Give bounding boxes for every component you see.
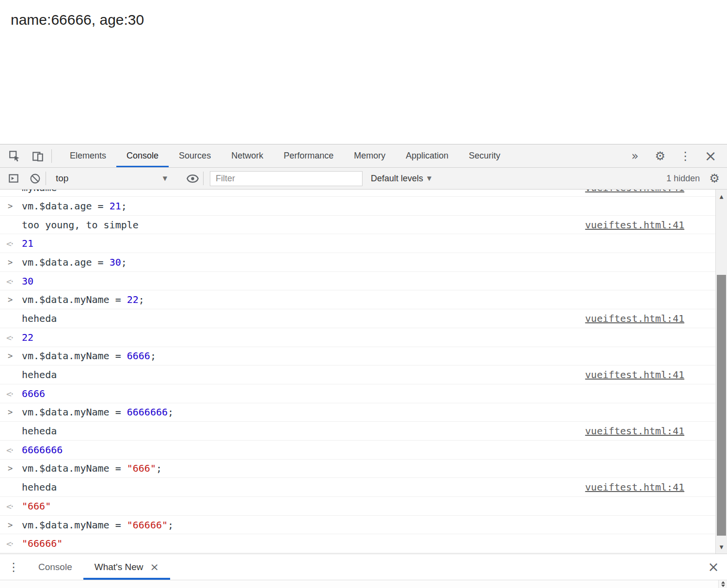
tab-elements[interactable]: Elements [60, 144, 116, 167]
drawer-tab-whats-new[interactable]: What's New × [83, 554, 170, 580]
result-arrow-icon: <· [6, 332, 13, 342]
filter-input[interactable] [210, 171, 363, 186]
console-expression: vm.$data.myName = 22; [22, 294, 144, 305]
input-chevron-icon: > [8, 257, 13, 267]
toolbar-divider [51, 149, 52, 163]
console-result-value: "666" [22, 500, 51, 512]
execution-context-selector[interactable]: top ▼ [49, 173, 171, 184]
scroll-down-icon[interactable] [721, 585, 725, 587]
clear-console-button[interactable] [24, 168, 46, 189]
input-chevron-icon: > [8, 520, 13, 530]
console-result-value: 21 [22, 238, 33, 249]
tab-security[interactable]: Security [458, 144, 510, 167]
console-sidebar-icon [7, 172, 20, 185]
more-panels-icon[interactable]: » [622, 144, 648, 167]
inspect-cursor-icon [8, 150, 21, 162]
menu-kebab-icon[interactable]: ⋮ [673, 144, 698, 167]
source-link[interactable]: vueiftest.html:41 [585, 219, 684, 231]
console-expression: vm.$data.myName = 6666; [22, 350, 156, 362]
log-levels-label: Default levels [371, 174, 423, 184]
console-input-row: >vm.$data.myName = 6666666; [0, 403, 715, 422]
toolbar-divider [203, 172, 204, 185]
input-chevron-icon: > [8, 407, 13, 417]
console-input-row: >vm.$data.myName = "66666"; [0, 516, 715, 535]
console-result-value: 22 [22, 332, 33, 343]
console-log-row: hehedavueiftest.html:41 [0, 478, 715, 497]
toolbar-divider [46, 172, 46, 185]
drawer-spacer [170, 554, 700, 580]
chevron-down-icon: ▼ [163, 175, 167, 182]
console-result-value: 30 [22, 275, 33, 287]
result-arrow-icon: <· [6, 501, 13, 511]
input-chevron-icon: > [8, 463, 13, 473]
scroll-up-icon[interactable]: ▲ [716, 191, 727, 202]
page-text: name:66666, age:30 [11, 12, 727, 28]
context-selector-label: top [56, 173, 68, 184]
console-result-row: <·22 [0, 328, 715, 347]
tab-console[interactable]: Console [116, 144, 169, 167]
drawer-content-strip [0, 580, 727, 588]
drawer-tabbar: ⋮ Console What's New × × [0, 554, 727, 580]
live-expression-button[interactable] [182, 168, 203, 189]
tab-network[interactable]: Network [221, 144, 273, 167]
hidden-messages-count[interactable]: 1 hidden [666, 174, 700, 184]
source-link[interactable]: vueiftest.html:41 [585, 190, 684, 193]
console-expression: vm.$data.myName = "666"; [22, 462, 162, 474]
source-link[interactable]: vueiftest.html:41 [585, 369, 684, 381]
tab-performance[interactable]: Performance [273, 144, 344, 167]
console-result-row: <·21 [0, 234, 715, 253]
close-devtools-icon[interactable]: × [698, 144, 723, 167]
console-log-row: too young, to simplevueiftest.html:41 [0, 216, 715, 235]
source-link[interactable]: vueiftest.html:41 [585, 481, 684, 493]
inspect-element-button[interactable] [4, 144, 25, 167]
console-log-text: heheda [22, 369, 57, 381]
console-result-row: <·30 [0, 272, 715, 291]
console-input-row: >vm.$data.age = 30; [0, 253, 715, 272]
console-result-row: <·6666666 [0, 441, 715, 460]
tab-memory[interactable]: Memory [344, 144, 395, 167]
tab-application[interactable]: Application [395, 144, 458, 167]
result-arrow-icon: <· [6, 388, 13, 398]
tabbar-right-icons: » ⚙ ⋮ × [622, 144, 727, 167]
input-chevron-icon: > [8, 295, 13, 304]
source-link[interactable]: vueiftest.html:41 [585, 425, 684, 437]
console-scrollbar[interactable]: ▲ ▼ [715, 190, 727, 554]
console-input-row: >vm.$data.myName = "666"; [0, 460, 715, 478]
console-sidebar-toggle[interactable] [3, 168, 24, 189]
scrollbar-thumb[interactable] [717, 275, 726, 536]
console-input-row: >vm.$data.myName = 22; [0, 290, 715, 309]
console-clipped-row: myNamevueiftest.html:41 [0, 190, 715, 197]
console-log-row: hehedavueiftest.html:41 [0, 366, 715, 384]
console-expression: vm.$data.myName = "66666"; [22, 519, 174, 531]
tabbar-left-icons [0, 144, 51, 167]
console-log-text: myName [22, 190, 57, 193]
scroll-down-icon[interactable]: ▼ [716, 541, 727, 553]
devtools-panel: Elements Console Sources Network Perform… [0, 144, 727, 588]
source-link[interactable]: vueiftest.html:41 [585, 313, 684, 324]
chevron-down-icon: ▼ [427, 175, 431, 182]
result-arrow-icon: <· [6, 539, 13, 549]
console-input-row: >vm.$data.myName = 6666; [0, 347, 715, 366]
eye-icon [186, 172, 199, 185]
console-input-row: >vm.$data.age = 21; [0, 197, 715, 216]
device-toolbar-button[interactable] [27, 144, 48, 167]
drawer-menu-kebab-icon[interactable]: ⋮ [0, 554, 27, 580]
clear-console-icon [29, 173, 41, 185]
console-result-row: <·"666" [0, 497, 715, 516]
mini-scrollbar[interactable] [718, 580, 727, 588]
console-expression: vm.$data.age = 21; [22, 200, 127, 212]
close-drawer-icon[interactable]: × [700, 554, 727, 580]
drawer-tab-console[interactable]: Console [27, 554, 83, 580]
tab-sources[interactable]: Sources [169, 144, 221, 167]
console-settings-gear-icon[interactable]: ⚙ [702, 168, 727, 189]
close-tab-icon[interactable]: × [150, 562, 158, 572]
log-levels-dropdown[interactable]: Default levels ▼ [371, 174, 431, 184]
drawer-tab-whats-new-label: What's New [95, 562, 143, 572]
console-toolbar: top ▼ Default levels ▼ 1 hidden ⚙ [0, 168, 727, 190]
scroll-up-icon[interactable] [721, 581, 725, 584]
panel-tabs: Elements Console Sources Network Perform… [60, 144, 510, 167]
console-log-row: hehedavueiftest.html:41 [0, 309, 715, 328]
console-expression: vm.$data.myName = 6666666; [22, 406, 174, 418]
settings-gear-icon[interactable]: ⚙ [648, 144, 673, 167]
input-chevron-icon: > [8, 201, 13, 211]
